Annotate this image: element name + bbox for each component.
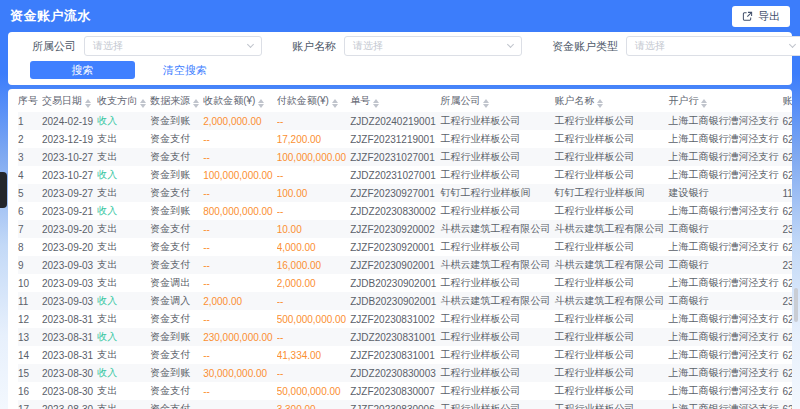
column-header[interactable]: 收支方向 (97, 89, 150, 112)
account-type-select[interactable]: 请选择 (626, 36, 800, 56)
column-header[interactable]: 账号 (782, 89, 792, 112)
column-header-label: 所属公司 (440, 95, 480, 106)
cell: 622230111 (782, 238, 792, 256)
sort-carets-icon[interactable] (483, 99, 489, 108)
cell: 800,000,000.00 (203, 202, 277, 220)
cell: 支出 (97, 400, 150, 409)
column-header[interactable]: 付款金额(¥) (277, 89, 351, 112)
cell: 2023-10-27 (42, 166, 97, 184)
column-header[interactable]: 账户名称 (554, 89, 668, 112)
cell: 11 (18, 292, 42, 310)
column-header[interactable]: 数据来源 (150, 89, 203, 112)
cell: 3,300.00 (277, 400, 351, 409)
sort-carets-icon[interactable] (85, 99, 91, 108)
transactions-table: 序号交易日期收支方向数据来源收款金额(¥)付款金额(¥)单号所属公司账户名称开户… (18, 89, 792, 409)
transactions-table-card: 序号交易日期收支方向数据来源收款金额(¥)付款金额(¥)单号所属公司账户名称开户… (8, 89, 792, 409)
cell: 2023-08-31 (42, 310, 97, 328)
sort-carets-icon[interactable] (193, 99, 199, 108)
cell: 622230111 (782, 112, 792, 130)
clear-search-link[interactable]: 清空搜索 (163, 63, 207, 78)
cell: 100,000,000.00 (203, 166, 277, 184)
table-row: 112023-09-03收入资金调入2,000.00--ZJDB20230902… (18, 292, 792, 310)
sort-carets-icon[interactable] (332, 99, 338, 108)
column-header-label: 数据来源 (150, 95, 190, 106)
table-row: 32023-10-27支出资金支付--100,000,000.00ZJZF202… (18, 148, 792, 166)
cell: -- (203, 256, 277, 274)
cell: 16 (18, 382, 42, 400)
company-select-placeholder: 请选择 (93, 39, 123, 53)
cell: 资金到账 (150, 112, 203, 130)
cell: 500,000,000.00 (277, 310, 351, 328)
cell: 2,000.00 (203, 292, 277, 310)
company-select[interactable]: 请选择 (84, 36, 262, 56)
cell: 6 (18, 202, 42, 220)
cell: 233294994 (782, 292, 792, 310)
cell: 2,000,000.00 (203, 112, 277, 130)
cell: 建设银行 (668, 184, 782, 202)
cell: 2023-10-27 (42, 148, 97, 166)
chevron-down-icon (507, 41, 514, 48)
cell: 斗栱云建筑工程有限公司 (554, 220, 668, 238)
column-header[interactable]: 交易日期 (42, 89, 97, 112)
cell: 上海工商银行漕河泾支行 (668, 382, 782, 400)
cell: 工商银行 (668, 256, 782, 274)
cell: 斗栱云建筑工程有限公司 (554, 292, 668, 310)
cell: 工程行业样板公司 (440, 382, 554, 400)
export-button[interactable]: 导出 (732, 6, 790, 27)
table-header-row: 序号交易日期收支方向数据来源收款金额(¥)付款金额(¥)单号所属公司账户名称开户… (18, 89, 792, 112)
cell: 收入 (97, 202, 150, 220)
cell: -- (203, 400, 277, 409)
filter-panel: 所属公司 请选择 账户名称 请选择 资金账户类型 请选择 展开筛选 搜索 (8, 32, 792, 85)
vertical-scrollbar[interactable] (794, 288, 798, 322)
sort-carets-icon[interactable] (140, 99, 146, 108)
cell: 230,000,000.00 (203, 328, 277, 346)
cell: 上海工商银行漕河泾支行 (668, 148, 782, 166)
sort-carets-icon[interactable] (258, 99, 264, 108)
search-button[interactable]: 搜索 (30, 61, 135, 79)
cell: ZJZF20230920001 (350, 238, 440, 256)
column-header-label: 账号 (782, 95, 792, 106)
account-name-select[interactable]: 请选择 (344, 36, 522, 56)
cell: 2023-09-20 (42, 220, 97, 238)
cell: 41,334.00 (277, 346, 351, 364)
cell: 16,000.00 (277, 256, 351, 274)
cell: 工程行业样板公司 (554, 148, 668, 166)
table-row: 122023-08-31支出资金支付--500,000,000.00ZJZF20… (18, 310, 792, 328)
filter-account-type: 资金账户类型 请选择 (552, 36, 800, 56)
account-type-select-placeholder: 请选择 (635, 39, 665, 53)
cell: 支出 (97, 238, 150, 256)
cell: ZJDZ20240219001 (350, 112, 440, 130)
column-header[interactable]: 收款金额(¥) (203, 89, 277, 112)
cell: 斗栱云建筑工程有限公司 (440, 220, 554, 238)
cell: ZJDZ20230830002 (350, 202, 440, 220)
cell: 2023-08-30 (42, 364, 97, 382)
cell: 2023-09-03 (42, 292, 97, 310)
cell: 50,000,000.00 (277, 382, 351, 400)
cell: 斗栱云建筑工程有限公司 (440, 292, 554, 310)
cell: ZJZF20230830006 (350, 400, 440, 409)
sort-carets-icon[interactable] (701, 99, 707, 108)
cell: 资金支付 (150, 256, 203, 274)
column-header[interactable]: 所属公司 (440, 89, 554, 112)
cell: 8 (18, 238, 42, 256)
cell: -- (203, 148, 277, 166)
cell: 工程行业样板公司 (440, 202, 554, 220)
cell: 1 (18, 112, 42, 130)
cell: 110223825 (782, 184, 792, 202)
cell: 收入 (97, 112, 150, 130)
top-bar: 资金账户流水 导出 (0, 0, 800, 32)
side-drawer-handle[interactable] (0, 172, 7, 208)
cell: ZJZF20230902001 (350, 256, 440, 274)
column-header[interactable]: 单号 (350, 89, 440, 112)
cell: -- (203, 130, 277, 148)
cell: 收入 (97, 364, 150, 382)
cell: 收入 (97, 328, 150, 346)
cell: 上海工商银行漕河泾支行 (668, 274, 782, 292)
sort-carets-icon[interactable] (597, 99, 603, 108)
cell: -- (203, 238, 277, 256)
sort-carets-icon[interactable] (373, 99, 379, 108)
column-header[interactable]: 开户行 (668, 89, 782, 112)
cell: 13 (18, 328, 42, 346)
cell: 14 (18, 346, 42, 364)
cell: 支出 (97, 310, 150, 328)
